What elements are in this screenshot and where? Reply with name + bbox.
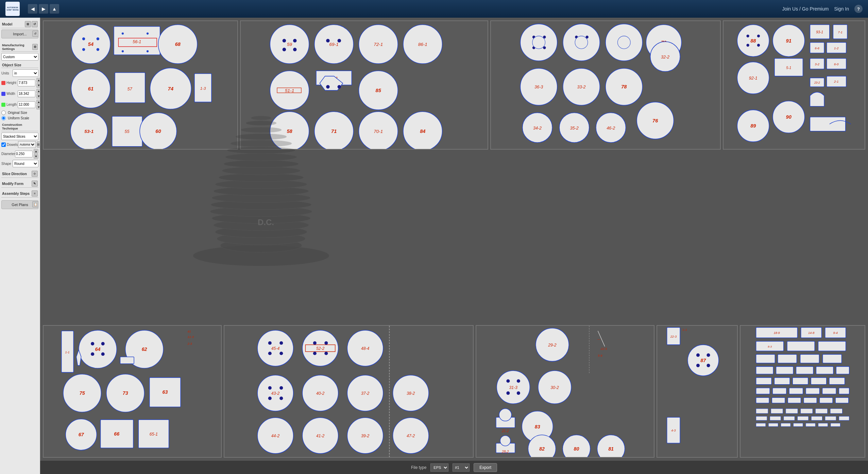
svg-text:67: 67 (79, 432, 84, 437)
export-button[interactable]: Export (474, 463, 497, 472)
model-section-title: Model ⊞ ↺ (1, 20, 38, 28)
diameter-down-btn[interactable]: ▼ (34, 154, 38, 159)
height-down-btn[interactable]: ▼ (36, 83, 40, 88)
svg-rect-297 (797, 416, 809, 420)
svg-text:66: 66 (114, 431, 119, 437)
dowels-checkbox[interactable] (1, 142, 6, 147)
width-label: Width (6, 92, 17, 96)
dowels-icon[interactable]: ⊞ (37, 141, 40, 148)
svg-point-134 (211, 200, 311, 209)
svg-point-92 (575, 36, 588, 49)
svg-text:63: 63 (163, 389, 168, 395)
height-input[interactable] (18, 80, 35, 86)
svg-rect-276 (822, 388, 836, 394)
svg-point-234 (506, 391, 510, 395)
svg-point-201 (268, 352, 272, 355)
get-plans-row: Get Plans 📋 (1, 200, 38, 209)
svg-point-53 (326, 39, 330, 42)
svg-point-20 (82, 37, 85, 40)
sheet-panel-t2: 59 69-1 72-1 86-1 51-1 85 58 71 (240, 20, 488, 150)
svg-rect-289 (771, 409, 783, 413)
svg-text:1-1: 1-1 (682, 328, 687, 332)
file-type-select[interactable]: EPS PDF DXF STL (430, 463, 448, 472)
svg-rect-283 (835, 397, 849, 403)
length-input[interactable] (18, 101, 35, 108)
svg-text:43-2: 43-2 (271, 391, 280, 396)
modify-form-icon[interactable]: ✎ (32, 181, 38, 187)
svg-rect-298 (811, 416, 822, 420)
svg-rect-300 (839, 416, 849, 420)
width-row: Width ▲ ▼ (1, 89, 38, 99)
svg-text:54: 54 (88, 41, 93, 47)
svg-rect-260 (800, 354, 819, 363)
custom-select[interactable]: Custom (1, 53, 38, 61)
import-row: Import... ↺ (1, 30, 38, 38)
canvas-area[interactable]: Bmp 54 56-1 68 61 57 (40, 18, 868, 474)
svg-rect-303 (781, 423, 790, 426)
svg-text:84: 84 (420, 129, 425, 134)
original-size-radio[interactable] (1, 111, 6, 115)
width-down-btn[interactable]: ▼ (36, 94, 40, 99)
help-icon[interactable]: ? (854, 5, 863, 13)
dowels-select[interactable]: AutomaticManual (18, 141, 36, 148)
svg-text:9-4: 9-4 (833, 331, 837, 335)
svg-text:55: 55 (125, 129, 130, 134)
svg-text:52-2: 52-2 (316, 346, 325, 351)
svg-text:64: 64 (95, 346, 100, 352)
assembly-steps-icon[interactable]: ≡ (32, 190, 38, 197)
svg-rect-261 (822, 354, 841, 363)
svg-point-199 (268, 341, 272, 345)
shape-select[interactable]: RoundSquare (13, 160, 38, 167)
height-up-btn[interactable]: ▲ (36, 78, 40, 83)
svg-point-248 (707, 353, 710, 357)
diameter-input[interactable] (15, 151, 33, 157)
svg-text:72-1: 72-1 (374, 42, 383, 47)
nav-up-button[interactable]: ▲ (50, 4, 59, 14)
shape-label: Shape (1, 162, 12, 166)
mfg-settings-icon[interactable]: ⚙ (32, 44, 38, 50)
bottom-sheets-row: 1-1 64 62 75 73 63 67 66 (43, 325, 865, 458)
import-refresh-icon[interactable]: ↺ (32, 31, 38, 37)
construction-select[interactable]: Stacked Slices Interlocked Slices Curve … (1, 133, 38, 140)
width-up-btn[interactable]: ▲ (36, 89, 40, 94)
size-radio-row: Original Size (1, 111, 38, 115)
signin-link[interactable]: Sign In (834, 6, 849, 12)
svg-rect-262 (756, 367, 773, 374)
svg-text:69-1: 69-1 (329, 42, 339, 47)
join-link[interactable]: Join Us / Go Premium (782, 6, 829, 12)
uniform-scale-radio[interactable] (1, 116, 6, 120)
width-input[interactable] (18, 90, 35, 97)
uniform-radio-row: Uniform Scale (1, 116, 38, 120)
svg-text:46-2: 46-2 (607, 126, 615, 131)
length-up-btn[interactable]: ▲ (36, 100, 40, 104)
slice-direction-icon[interactable]: ⊹ (32, 171, 38, 177)
svg-rect-296 (783, 416, 795, 420)
svg-text:74: 74 (168, 86, 173, 91)
svg-point-138 (219, 173, 304, 182)
svg-rect-259 (778, 354, 797, 363)
diameter-up-btn[interactable]: ▲ (34, 149, 38, 154)
nav-back-button[interactable]: ◀ (28, 4, 37, 14)
svg-point-139 (222, 167, 300, 175)
bottom-bar: File type EPS PDF DXF STL #1 #2 #3 Expor… (40, 460, 868, 474)
svg-point-51 (283, 48, 286, 51)
svg-rect-257 (818, 341, 846, 351)
svg-point-232 (506, 379, 510, 383)
length-down-btn[interactable]: ▼ (36, 105, 40, 109)
model-view-icon[interactable]: ⊞ (25, 21, 31, 27)
units-select[interactable]: inmmcm (13, 69, 38, 77)
page-select[interactable]: #1 #2 #3 (453, 463, 470, 472)
svg-text:88: 88 (750, 38, 756, 44)
svg-text:58: 58 (287, 129, 293, 134)
get-plans-icon[interactable]: 📋 (32, 201, 38, 207)
svg-text:1-2: 1-2 (834, 46, 839, 50)
model-refresh-icon[interactable]: ↺ (32, 21, 38, 27)
sheet-panel-b3: 29-2 31-3 30-2 21-2 83 28-2 (476, 325, 654, 458)
nav-forward-button[interactable]: ▶ (39, 4, 48, 14)
svg-rect-279 (772, 397, 785, 403)
svg-point-93 (618, 36, 631, 49)
svg-point-247 (696, 353, 700, 357)
svg-point-125 (747, 44, 749, 47)
shape-row: Shape RoundSquare (1, 160, 38, 167)
svg-text:81: 81 (608, 446, 614, 452)
